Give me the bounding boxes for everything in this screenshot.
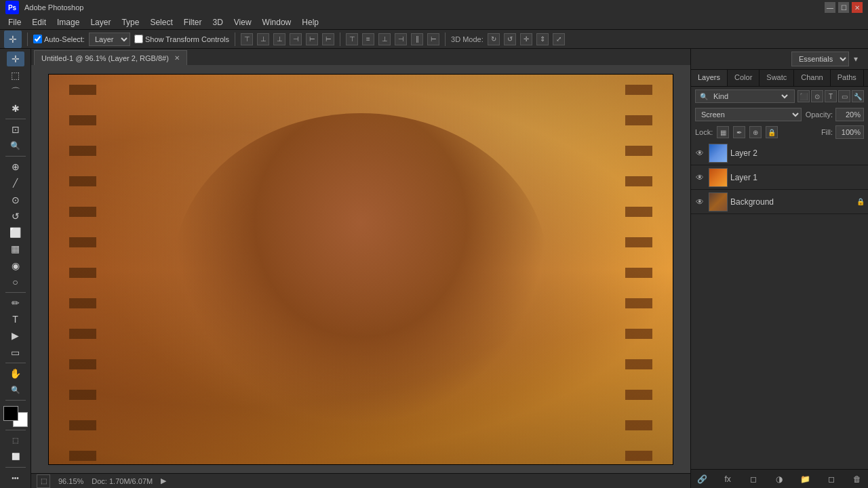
new-group-button[interactable]: 📁 <box>799 472 812 486</box>
add-style-button[interactable]: fx <box>721 472 734 486</box>
align-top-button[interactable]: ⊤ <box>241 33 253 45</box>
workspace-select[interactable]: Essentials <box>791 52 849 66</box>
window-controls[interactable]: — ☐ ✕ <box>825 2 863 13</box>
3d-slide-button[interactable]: ⇕ <box>536 33 549 45</box>
distribute-bottom-button[interactable]: ⊥ <box>378 33 391 45</box>
status-arrow[interactable]: ▶ <box>161 476 166 485</box>
new-adjustment-button[interactable]: ◑ <box>772 472 786 486</box>
layer2-visibility-toggle[interactable]: 👁 <box>694 147 706 159</box>
distribute-top-button[interactable]: ⊤ <box>346 33 358 45</box>
menu-file[interactable]: File <box>3 16 26 28</box>
dodge-tool[interactable]: ○ <box>7 274 24 289</box>
marquee-tool[interactable]: ⬚ <box>7 68 24 83</box>
foreground-color-swatch[interactable] <box>3 406 18 421</box>
quick-mask-button[interactable]: ⬚ <box>7 433 24 448</box>
show-transform-checkbox[interactable] <box>134 35 143 43</box>
menu-view[interactable]: View <box>229 16 257 28</box>
canvas-wrapper[interactable] <box>31 65 690 473</box>
layers-search-box[interactable]: 🔍 Kind Name Effect Mode Attribute Color <box>695 89 795 103</box>
proof-colors-button[interactable]: ⬚ <box>37 474 50 488</box>
eraser-tool[interactable]: ⬜ <box>7 225 24 240</box>
menu-window[interactable]: Window <box>257 16 297 28</box>
menu-select[interactable]: Select <box>144 16 178 28</box>
auto-select-checkbox[interactable] <box>33 35 42 43</box>
tab-color[interactable]: Color <box>728 70 760 86</box>
filter-smart-button[interactable]: 🔧 <box>852 90 864 102</box>
lock-position-button[interactable]: ✒ <box>733 126 745 138</box>
add-mask-button[interactable]: ◻ <box>747 472 760 486</box>
maximize-button[interactable]: ☐ <box>838 2 849 13</box>
link-layers-button[interactable]: 🔗 <box>695 472 709 486</box>
move-tool-options[interactable]: ✛ <box>4 30 22 48</box>
menu-help[interactable]: Help <box>296 16 324 28</box>
layer1-visibility-toggle[interactable]: 👁 <box>694 171 706 184</box>
blend-mode-select[interactable]: Screen Normal Multiply Overlay Soft Ligh… <box>695 108 802 121</box>
type-tool[interactable]: T <box>7 312 24 327</box>
brush-tool[interactable]: ╱ <box>7 176 24 190</box>
delete-layer-button[interactable]: 🗑 <box>850 472 864 486</box>
gradient-tool[interactable]: ▦ <box>7 241 24 256</box>
lock-artboard-button[interactable]: ⊕ <box>749 126 762 138</box>
filter-type-button[interactable]: T <box>825 90 837 102</box>
menu-image[interactable]: Image <box>52 16 85 28</box>
background-visibility-toggle[interactable]: 👁 <box>694 196 706 208</box>
hand-tool[interactable]: ✋ <box>7 366 24 381</box>
layer-row-layer2[interactable]: 👁 Layer 2 <box>691 141 868 165</box>
document-tab[interactable]: Untitled-1 @ 96.1% (Layer 2, RGB/8#) ✕ <box>34 50 187 65</box>
opacity-input[interactable] <box>835 108 864 121</box>
tab-layers[interactable]: Layers <box>691 70 728 86</box>
align-vcenter-button[interactable]: ⊥ <box>257 33 269 45</box>
3d-roll-button[interactable]: ↺ <box>504 33 516 45</box>
clone-tool[interactable]: ⊙ <box>7 192 24 207</box>
fill-input[interactable] <box>835 125 864 139</box>
filter-adjust-button[interactable]: ⊙ <box>811 90 823 102</box>
distribute-left-button[interactable]: ⊣ <box>395 33 407 45</box>
filter-shape-button[interactable]: ▭ <box>838 90 850 102</box>
auto-select-dropdown[interactable]: Layer Group <box>89 33 130 46</box>
3d-rotate-button[interactable]: ↻ <box>488 33 500 45</box>
screen-mode-button[interactable]: ⬜ <box>7 449 24 464</box>
distribute-right-button[interactable]: ⊢ <box>427 33 439 45</box>
distribute-vcenter-button[interactable]: ≡ <box>362 33 374 45</box>
eyedropper-tool[interactable]: 🔍 <box>7 138 24 153</box>
lock-pixels-button[interactable]: ▦ <box>717 126 729 138</box>
lock-all-button[interactable]: 🔒 <box>766 126 778 138</box>
filter-pixel-button[interactable]: ⬛ <box>797 90 810 102</box>
crop-tool[interactable]: ⊡ <box>7 122 24 137</box>
lasso-tool[interactable]: ⌒ <box>7 84 24 99</box>
3d-scale-button[interactable]: ⤢ <box>553 33 565 45</box>
history-brush-tool[interactable]: ↺ <box>7 209 24 224</box>
menu-type[interactable]: Type <box>116 16 144 28</box>
distribute-hcenter-button[interactable]: ‖ <box>411 33 423 45</box>
blur-tool[interactable]: ◉ <box>7 258 24 273</box>
shape-tool[interactable]: ▭ <box>7 345 24 360</box>
align-left-button[interactable]: ⊣ <box>290 33 302 45</box>
menu-layer[interactable]: Layer <box>85 16 116 28</box>
tab-paths[interactable]: Paths <box>831 70 864 86</box>
3d-pan-button[interactable]: ✛ <box>520 33 532 45</box>
layer-row-layer1[interactable]: 👁 Layer 1 <box>691 165 868 190</box>
heal-tool[interactable]: ⊕ <box>7 159 24 174</box>
path-select-tool[interactable]: ▶ <box>7 328 24 343</box>
tab-close-button[interactable]: ✕ <box>174 54 180 62</box>
pen-tool[interactable]: ✏ <box>7 296 24 310</box>
move-tool[interactable]: ✛ <box>7 52 24 66</box>
layer-row-background[interactable]: 👁 Background 🔒 <box>691 190 868 214</box>
new-layer-button[interactable]: ◻ <box>825 472 838 486</box>
layer-kind-select[interactable]: Kind Name Effect Mode Attribute Color <box>711 92 790 101</box>
magic-wand-tool[interactable]: ✱ <box>7 101 24 116</box>
tab-swatches[interactable]: Swatc <box>760 70 794 86</box>
align-right-button[interactable]: ⊢ <box>322 33 334 45</box>
more-tools-button[interactable]: ••• <box>7 470 24 485</box>
workspace-expand-icon[interactable]: ▾ <box>849 52 863 66</box>
close-button[interactable]: ✕ <box>852 2 863 13</box>
zoom-tool[interactable]: 🔍 <box>7 382 24 397</box>
menu-3d[interactable]: 3D <box>207 16 228 28</box>
tab-channels[interactable]: Chann <box>794 70 830 86</box>
align-bottom-button[interactable]: ⊥ <box>273 33 285 45</box>
menu-edit[interactable]: Edit <box>26 16 52 28</box>
align-hcenter-button[interactable]: ⊢ <box>306 33 318 45</box>
menu-filter[interactable]: Filter <box>178 16 208 28</box>
color-swatches[interactable] <box>3 406 28 427</box>
minimize-button[interactable]: — <box>825 2 835 13</box>
